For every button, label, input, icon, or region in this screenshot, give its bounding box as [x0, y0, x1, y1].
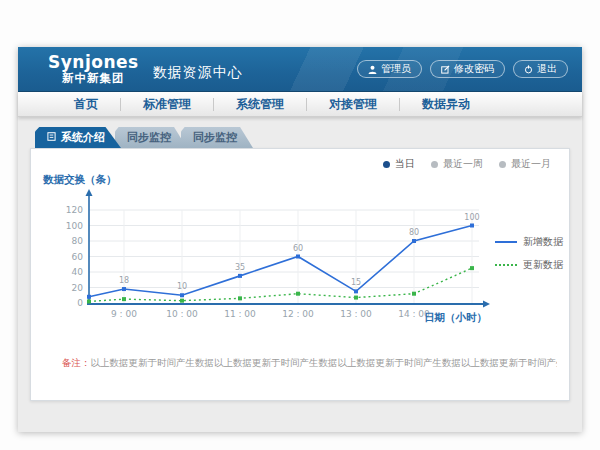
tab-label: 同步监控	[127, 130, 171, 145]
range-option-last-month[interactable]: 最近一月	[499, 157, 551, 171]
green-dotted-line-icon	[495, 264, 517, 266]
x-axis-arrow-icon	[483, 301, 490, 308]
tab-label: 系统介绍	[61, 130, 105, 145]
data-point-marker	[122, 287, 126, 291]
x-tick-label: 11 : 00	[224, 309, 256, 319]
y-tick-label: 100	[66, 221, 83, 231]
range-option-label: 当日	[395, 157, 415, 171]
nav-item-standards[interactable]: 标准管理	[120, 98, 213, 111]
footnote: 备注：以上数据更新于时间产生数据以上数据更新于时间产生数据以上数据更新于时间产生…	[62, 357, 557, 370]
data-point-marker	[296, 292, 300, 296]
x-tick-label: 9 : 00	[111, 309, 137, 319]
data-point-marker	[354, 289, 358, 293]
tab-sync-monitor-1[interactable]: 同步监控	[115, 127, 187, 148]
nav-item-interface[interactable]: 对接管理	[306, 98, 399, 111]
nav-item-data-change[interactable]: 数据异动	[399, 98, 492, 111]
app-header: Synjones 新中新集团 数据资源中心 管理员 修改密码	[18, 47, 582, 92]
legend-item-new-data[interactable]: 新增数据	[495, 235, 563, 249]
data-point-marker	[180, 299, 184, 303]
nav-item-home[interactable]: 首页	[52, 98, 120, 111]
content-card: 系统介绍 同步监控 同步监控 当日	[30, 127, 570, 401]
data-point-label: 10	[177, 282, 187, 291]
chart-panel: 当日 最近一周 最近一月 0204060801001209 : 0010 : 0…	[30, 148, 570, 401]
admin-user-label: 管理员	[381, 62, 411, 76]
brand-logo[interactable]: Synjones 新中新集团	[48, 54, 139, 84]
data-point-marker	[296, 255, 300, 259]
data-point-marker	[412, 292, 416, 296]
series-line-更新数据	[89, 268, 472, 301]
data-point-label: 60	[293, 244, 303, 253]
main-nav: 首页 标准管理 系统管理 对接管理 数据异动	[18, 92, 582, 117]
document-icon	[47, 131, 56, 144]
data-point-label: 80	[409, 228, 419, 237]
logout-button[interactable]: 退出	[513, 60, 568, 78]
data-point-marker	[238, 274, 242, 278]
screen: Synjones 新中新集团 数据资源中心 管理员 修改密码	[0, 0, 600, 450]
data-point-marker	[470, 266, 474, 270]
data-point-label: 18	[119, 276, 129, 285]
range-option-label: 最近一月	[511, 157, 551, 171]
app-window: Synjones 新中新集团 数据资源中心 管理员 修改密码	[18, 47, 582, 432]
footnote-prefix: 备注：	[62, 357, 91, 368]
range-option-last-week[interactable]: 最近一周	[431, 157, 483, 171]
brand-name-en: Synjones	[48, 54, 139, 72]
data-point-marker	[238, 296, 242, 300]
data-point-marker	[87, 295, 91, 299]
admin-user-button[interactable]: 管理员	[357, 60, 422, 78]
tab-label: 同步监控	[193, 130, 237, 145]
time-range-filter: 当日 最近一周 最近一月	[383, 157, 551, 171]
x-tick-label: 12 : 00	[282, 309, 314, 319]
change-password-button[interactable]: 修改密码	[430, 60, 505, 78]
y-tick-label: 20	[72, 283, 84, 293]
radio-dot-icon	[383, 161, 390, 168]
legend-item-updated-data[interactable]: 更新数据	[495, 258, 563, 272]
range-option-label: 最近一周	[443, 157, 483, 171]
footnote-text: 以上数据更新于时间产生数据以上数据更新于时间产生数据以上数据更新于时间产生数据以…	[91, 357, 558, 368]
data-point-label: 15	[351, 278, 361, 287]
y-tick-label: 40	[72, 267, 84, 277]
y-axis-title: 数据交换（条）	[42, 173, 117, 186]
y-tick-label: 120	[66, 205, 83, 215]
tab-sync-monitor-2[interactable]: 同步监控	[181, 127, 253, 148]
data-point-label: 35	[235, 263, 245, 272]
data-point-marker	[470, 224, 474, 228]
x-tick-label: 13 : 00	[340, 309, 372, 319]
data-point-marker	[87, 299, 91, 303]
line-chart: 0204060801001209 : 0010 : 0011 : 0012 : …	[31, 149, 571, 354]
logout-label: 退出	[537, 62, 557, 76]
tab-system-intro[interactable]: 系统介绍	[35, 127, 121, 148]
data-point-marker	[180, 293, 184, 297]
range-option-today[interactable]: 当日	[383, 157, 415, 171]
user-icon	[368, 65, 377, 74]
series-legend: 新增数据 更新数据	[495, 235, 563, 272]
page-body: 系统介绍 同步监控 同步监控 当日	[18, 117, 582, 431]
y-tick-label: 60	[72, 252, 84, 262]
legend-label: 更新数据	[523, 258, 563, 272]
page-title: 数据资源中心	[153, 56, 243, 82]
user-actions: 管理员 修改密码 退出	[357, 60, 568, 78]
brand-name-cn: 新中新集团	[48, 72, 139, 84]
tab-bar: 系统介绍 同步监控 同步监控	[30, 127, 570, 148]
y-axis-arrow-icon	[86, 189, 93, 196]
power-icon	[524, 65, 533, 74]
data-point-marker	[412, 239, 416, 243]
y-tick-label: 0	[77, 298, 83, 308]
data-point-marker	[354, 296, 358, 300]
blue-solid-line-icon	[495, 241, 517, 243]
x-tick-label: 10 : 00	[166, 309, 198, 319]
change-password-label: 修改密码	[454, 62, 494, 76]
y-tick-label: 80	[72, 236, 84, 246]
radio-dot-icon	[499, 161, 506, 168]
data-point-label: 100	[464, 213, 479, 222]
data-point-marker	[122, 297, 126, 301]
nav-item-system[interactable]: 系统管理	[213, 98, 306, 111]
radio-dot-icon	[431, 161, 438, 168]
edit-icon	[441, 65, 450, 74]
x-axis-title: 日期（小时）	[424, 311, 487, 324]
legend-label: 新增数据	[523, 235, 563, 249]
